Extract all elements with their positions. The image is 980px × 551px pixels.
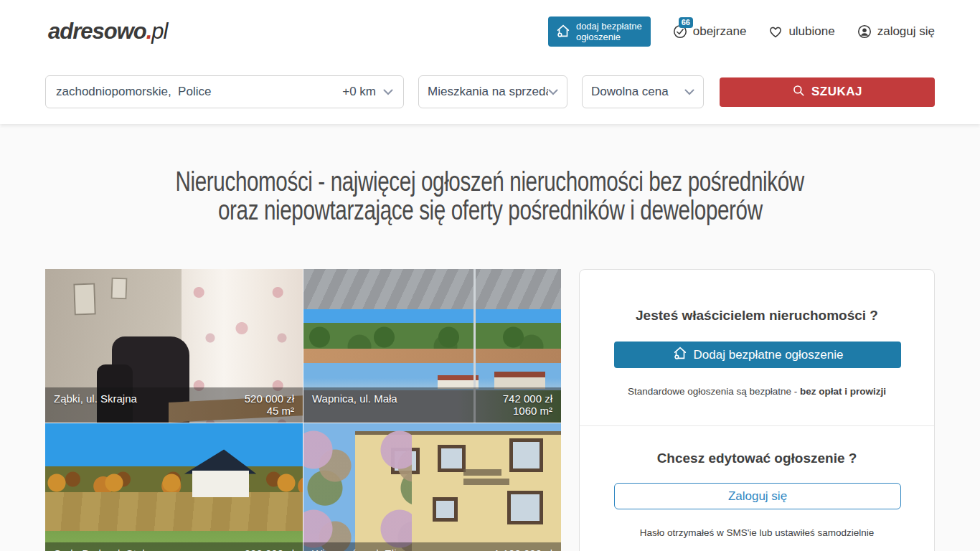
chevron-down-icon [548, 85, 558, 99]
viewed-label: obejrzane [693, 24, 747, 39]
listing-address: Sade Budy, ul. Stalowa [54, 547, 164, 551]
radius-value: +0 km [342, 85, 376, 99]
listing-photo [45, 423, 303, 551]
owner-panel-add-section: Jesteś właścicielem nieruchomości ? Doda… [580, 270, 934, 397]
category-value: Mieszkania na sprzeda [428, 85, 548, 99]
listing-tile[interactable]: Ząbki, ul. Skrajna 520 000 zł 45 m² [45, 269, 303, 423]
add-free-listing-label: Dodaj bezpłatne ogłoszenie [694, 348, 844, 362]
listing-photo [303, 423, 561, 551]
chevron-down-icon [383, 85, 393, 99]
logo[interactable]: adresowo.pl [48, 19, 167, 44]
logo-suffix: pl [151, 19, 167, 44]
house-plus-icon [672, 345, 688, 364]
search-button[interactable]: SZUKAJ [720, 77, 935, 107]
listing-info: Sade Budy, ul. Stalowa 333 000 zł [45, 542, 303, 551]
listing-area: 1060 m² [513, 405, 552, 417]
listing-address: Wieruszów, ul. Elizy [312, 547, 407, 551]
listing-address: Ząbki, ul. Skrajna [54, 392, 137, 417]
listing-info: Wapnica, ul. Mała 742 000 zł 1060 m² [303, 387, 561, 423]
add-listing-label: dodaj bezpłatne ogłoszenie [576, 21, 642, 42]
radius-select[interactable]: +0 km [342, 85, 393, 99]
logo-main: adresowo [48, 19, 146, 44]
listing-price: 333 000 zł [245, 547, 294, 551]
location-input[interactable]: zachodniopomorskie, Police +0 km [45, 75, 404, 108]
user-circle-icon [857, 24, 872, 39]
edit-question: Chcesz edytować ogłoszenie ? [614, 451, 900, 466]
page-title: Nieruchomości - najwięcej ogłoszeń nieru… [0, 167, 980, 225]
header: adresowo.pl dodaj bezpłatne ogłoszenie [0, 0, 980, 63]
owner-question: Jesteś właścicielem nieruchomości ? [614, 308, 900, 324]
listings-grid: Ząbki, ul. Skrajna 520 000 zł 45 m² Wapn… [45, 269, 561, 551]
house-plus-icon [555, 23, 571, 41]
listing-tile[interactable]: Wieruszów, ul. Elizy 1 100 000 zł [303, 423, 561, 551]
price-select[interactable]: Dowolna cena [582, 75, 704, 108]
main-content: Ząbki, ul. Skrajna 520 000 zł 45 m² Wapn… [45, 269, 935, 551]
listing-tile[interactable]: Sade Budy, ul. Stalowa 333 000 zł [45, 423, 303, 551]
add-free-listing-button[interactable]: Dodaj bezpłatne ogłoszenie [614, 342, 901, 368]
login-button[interactable]: Zaloguj się [614, 483, 901, 509]
listing-info: Ząbki, ul. Skrajna 520 000 zł 45 m² [45, 387, 303, 423]
search-button-label: SZUKAJ [811, 85, 862, 99]
chevron-down-icon [684, 85, 694, 99]
search-bar: zachodniopomorskie, Police +0 km Mieszka… [0, 63, 980, 124]
listing-info: Wieruszów, ul. Elizy 1 100 000 zł [303, 542, 561, 551]
top-chrome: adresowo.pl dodaj bezpłatne ogłoszenie [0, 0, 980, 124]
listing-price: 1 100 000 zł [494, 547, 552, 551]
owner-panel-edit-section: Chcesz edytować ogłoszenie ? Zaloguj się… [580, 426, 934, 538]
listing-tile[interactable]: Wapnica, ul. Mała 742 000 zł 1060 m² [303, 269, 561, 423]
viewed-link[interactable]: 66 obejrzane [672, 24, 747, 39]
password-note: Hasło otrzymałeś w SMS'ie lub ustawiłeś … [614, 527, 900, 538]
owner-panel: Jesteś właścicielem nieruchomości ? Doda… [579, 269, 935, 551]
listing-address: Wapnica, ul. Mała [312, 392, 397, 417]
search-icon [792, 84, 805, 100]
viewed-count-badge: 66 [679, 17, 693, 28]
login-label: zaloguj się [877, 24, 935, 39]
favorites-link[interactable]: ulubione [768, 24, 834, 39]
heart-icon [768, 24, 783, 39]
header-actions: dodaj bezpłatne ogłoszenie 66 obejrzane [548, 17, 935, 47]
favorites-label: ulubione [788, 24, 834, 39]
add-listing-button[interactable]: dodaj bezpłatne ogłoszenie [548, 17, 651, 47]
price-value: Dowolna cena [591, 85, 669, 99]
category-select[interactable]: Mieszkania na sprzeda [418, 75, 567, 108]
listing-price: 742 000 zł [503, 392, 552, 405]
location-value: zachodniopomorskie, Police [56, 85, 342, 99]
free-listing-note: Standardowe ogłoszenia są bezpłatne - be… [614, 386, 900, 397]
login-link[interactable]: zaloguj się [857, 24, 935, 39]
listing-price: 520 000 zł [245, 392, 294, 405]
listing-area: 45 m² [267, 405, 294, 417]
